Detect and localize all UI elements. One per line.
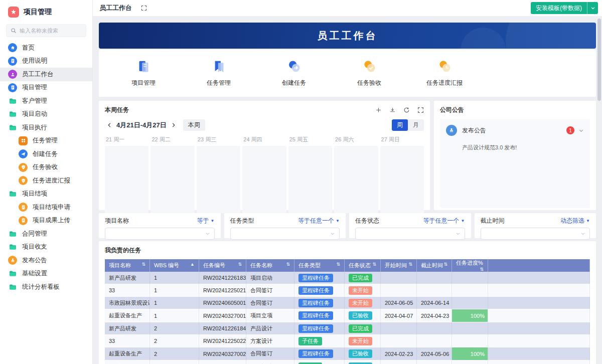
sort-icon[interactable]: ⇅ — [408, 262, 412, 267]
sidebar-search[interactable] — [6, 24, 86, 37]
book-blue-icon — [137, 60, 150, 74]
filter-select[interactable] — [230, 228, 340, 240]
calendar-day-cell[interactable] — [197, 146, 240, 213]
column-header[interactable]: WBS 编号▲ — [150, 259, 199, 272]
folder-icon — [8, 190, 17, 199]
sidebar-item[interactable]: 合同管理 — [0, 227, 92, 241]
filter-select[interactable] — [355, 228, 465, 240]
calendar-day-cell[interactable] — [150, 146, 194, 213]
sidebar-item[interactable]: 基础设置 — [0, 267, 92, 281]
install-template-label[interactable]: 安装模板(带数据) — [531, 2, 587, 14]
install-dropdown-caret[interactable] — [587, 2, 598, 14]
calendar-day-cell[interactable] — [380, 146, 424, 213]
task-row[interactable]: 新产品研发1RW20241226183项目启动里程碑任务已完成 — [105, 272, 590, 284]
task-status-tag: 未开始 — [349, 286, 372, 295]
task-row[interactable]: 市政园林景观设计1RW20240605001合同签订里程碑任务未开始2024-0… — [105, 297, 590, 309]
month-view-button[interactable]: 月 — [408, 119, 424, 131]
sidebar: 项目管理 首页使用说明员工工作台项目管理客户管理项目启动项目执行任务管理创建任务… — [0, 0, 93, 364]
doc-icon — [8, 57, 17, 66]
grid-icon — [19, 136, 28, 145]
column-header[interactable]: 任务状态⇅ — [345, 259, 381, 272]
sidebar-item[interactable]: 项目结项 — [0, 188, 92, 201]
sort-icon[interactable]: ⇅ — [443, 262, 447, 267]
task-row[interactable]: 起重设备生产1RW20240327001项目立项里程碑任务已验收2024-04-… — [105, 309, 590, 322]
column-header[interactable]: 任务名称⇅ — [246, 259, 294, 272]
this-week-button[interactable]: 本周 — [183, 119, 205, 131]
task-row[interactable]: 起重设备生产2RW20240327002合同签订里程碑任务已验收2024-02-… — [105, 347, 590, 360]
filter-operator[interactable]: 等于▼ — [197, 217, 215, 225]
sidebar-item[interactable]: 首页 — [0, 41, 92, 55]
filter-select[interactable] — [105, 228, 215, 240]
column-header[interactable]: 任务进度%⇅ — [452, 259, 488, 272]
quick-action[interactable]: 创建任务 — [256, 60, 332, 87]
task-type-tag: 里程碑任务 — [298, 274, 333, 282]
sidebar-item[interactable]: 创建任务 — [0, 147, 92, 161]
quick-action[interactable]: 任务管理 — [181, 60, 256, 87]
calendar-day-cell[interactable] — [105, 146, 148, 213]
install-template-button[interactable]: 安装模板(带数据) — [531, 2, 598, 14]
sidebar-item[interactable]: 客户管理 — [0, 94, 92, 108]
docb-icon — [19, 216, 28, 225]
sort-icon[interactable]: ⇅ — [480, 267, 484, 272]
filter-operator[interactable]: 等于任意一个▼ — [298, 217, 340, 225]
column-header[interactable]: 项目名称⇅ — [105, 259, 150, 272]
next-week-icon[interactable] — [169, 122, 178, 128]
main-content: 员工工作台 项目管理任务管理创建任务任务验收任务进度汇报 本周任务 4月21日-… — [93, 16, 602, 364]
announcement-card: 发布公告 1 产品设计规范3.0 发布! — [440, 119, 590, 208]
vertical-scrollbar[interactable] — [597, 19, 601, 101]
prev-week-icon[interactable] — [105, 122, 114, 128]
sidebar-item[interactable]: 员工工作台 — [0, 68, 92, 81]
bookmark-blue-icon — [212, 60, 226, 74]
chevron-down-icon[interactable] — [578, 128, 584, 133]
calendar-day-cell[interactable] — [334, 146, 378, 213]
add-icon[interactable] — [375, 107, 382, 113]
sort-icon[interactable]: ⇅ — [336, 262, 340, 267]
sidebar-item[interactable]: 项目成果上传 — [0, 214, 92, 228]
sidebar-item[interactable]: 统计分析看板 — [0, 280, 92, 294]
week-view-button[interactable]: 周 — [392, 119, 408, 131]
fullscreen-icon[interactable] — [141, 5, 147, 11]
download-icon[interactable] — [389, 107, 396, 113]
shield-icon — [19, 176, 28, 185]
refresh-icon[interactable] — [403, 107, 410, 113]
docb-icon — [19, 203, 28, 212]
sidebar-item[interactable]: 使用说明 — [0, 55, 92, 68]
sort-icon[interactable]: ▲ — [190, 262, 195, 267]
sidebar-item[interactable]: 项目收支 — [0, 241, 92, 254]
column-header[interactable]: 任务编号⇅ — [199, 259, 246, 272]
sidebar-item[interactable]: 任务进度汇报 — [0, 174, 92, 188]
filter-operator[interactable]: 动态筛选▼ — [560, 217, 590, 225]
folder-icon — [8, 110, 17, 119]
announcement-item[interactable]: 发布公告 1 — [446, 125, 584, 136]
column-header[interactable]: 任务类型⇅ — [294, 259, 345, 272]
task-row[interactable]: 新产品研发2.1RW20241226187概念设计子任务已验收 — [105, 360, 590, 364]
sort-icon[interactable]: ⇅ — [372, 262, 376, 267]
active-tab-label[interactable]: 员工工作台 — [99, 4, 132, 13]
sidebar-item[interactable]: 项目启动 — [0, 108, 92, 121]
task-row[interactable]: 331RW20241225021合同签订里程碑任务未开始 — [105, 284, 590, 297]
quick-action[interactable]: 项目管理 — [106, 60, 181, 87]
calendar-day-cell[interactable] — [242, 146, 286, 213]
unread-badge: 1 — [566, 126, 574, 134]
quick-action[interactable]: 任务进度汇报 — [407, 60, 482, 87]
filter-select[interactable] — [481, 228, 590, 240]
sidebar-item[interactable]: 项目执行 — [0, 121, 92, 134]
sort-icon[interactable]: ⇅ — [238, 262, 242, 267]
sidebar-item[interactable]: 项目管理 — [0, 81, 92, 95]
week-range-label: 4月21日-4月27日 — [116, 121, 167, 130]
sort-icon[interactable]: ⇅ — [141, 262, 145, 267]
sidebar-item[interactable]: 任务验收 — [0, 161, 92, 174]
sidebar-item[interactable]: 任务管理 — [0, 134, 92, 148]
expand-icon[interactable] — [417, 107, 424, 113]
task-row[interactable]: 新产品研发2RW20241226184产品设计里程碑任务已完成 — [105, 322, 590, 335]
task-row[interactable]: 332RW20241225022方案设计子任务未开始 — [105, 335, 590, 347]
quick-action[interactable]: 任务验收 — [332, 60, 407, 87]
sort-icon[interactable]: ⇅ — [286, 262, 290, 267]
column-header[interactable]: 开始时间⇅ — [381, 259, 417, 272]
sidebar-item[interactable]: 项目结项申请 — [0, 201, 92, 214]
filter-operator[interactable]: 等于任意一个▼ — [423, 217, 465, 225]
search-input[interactable] — [20, 28, 82, 34]
column-header[interactable]: 截止时间⇅ — [417, 259, 452, 272]
sidebar-item[interactable]: 发布公告 — [0, 254, 92, 267]
calendar-day-cell[interactable] — [288, 146, 332, 213]
